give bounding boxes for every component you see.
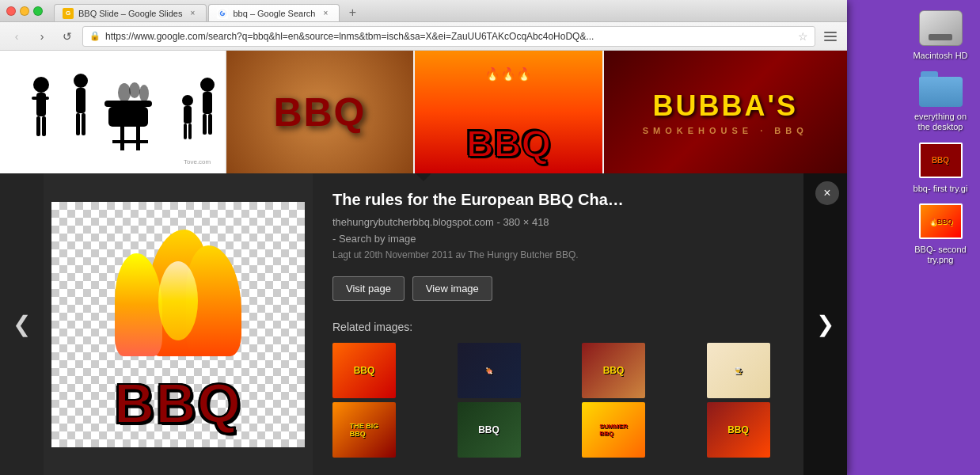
strip-image-fire[interactable]: 🔥🔥🔥 BBQ — [415, 51, 602, 173]
hard-drive-shape — [919, 10, 963, 46]
related-image-3[interactable]: BBQ — [582, 343, 645, 398]
google-favicon — [217, 8, 228, 19]
maximize-window-button[interactable] — [33, 6, 43, 16]
svg-point-17 — [139, 85, 149, 102]
desktop-icon-macintosh-hd[interactable]: Macintosh HD — [909, 8, 972, 61]
related-img-5-label: THE BIGBBQ — [350, 422, 379, 438]
flame-inner — [158, 261, 198, 340]
related-image-2[interactable]: 🍖 — [458, 343, 521, 398]
svg-point-1 — [33, 77, 49, 93]
image-source: thehungrybutcherbbq.blogspot.com — [332, 216, 494, 228]
related-image-8[interactable]: BBQ — [707, 402, 770, 458]
desktop-icons-container: Macintosh HD everything on the desktop B… — [909, 8, 972, 265]
image-details-panel: The rules for the European BBQ Cha… theh… — [313, 173, 847, 475]
svg-point-6 — [74, 74, 88, 88]
tab-slides-label: BBQ Slide – Google Slides — [78, 9, 182, 18]
folder-icon — [917, 69, 964, 108]
desktop: Macintosh HD everything on the desktop B… — [0, 0, 980, 475]
forward-arrow-icon: › — [40, 30, 44, 43]
new-tab-button[interactable]: + — [341, 4, 363, 21]
related-image-6[interactable]: BBQ — [458, 402, 521, 458]
browser-window: G BBQ Slide – Google Slides × bbq – Goog… — [0, 0, 847, 475]
url-display: https://www.google.com/search?q=bbq&hl=e… — [105, 31, 793, 42]
related-images-title: Related images: — [332, 321, 827, 333]
selected-image: BBQ — [51, 202, 305, 447]
folder-body — [919, 77, 963, 107]
related-image-7[interactable]: SUMMERBBQ — [582, 402, 645, 458]
prev-arrow-icon: ❮ — [13, 311, 31, 337]
bbq-gif-icon: BBQ — [917, 141, 964, 180]
strip-image-silhouette[interactable]: Tove.com — [0, 51, 225, 173]
chrome-menu-button[interactable] — [820, 26, 841, 47]
close-window-button[interactable] — [6, 6, 16, 16]
bbq-gif-label: bbq- first try.gi — [914, 184, 968, 194]
menu-line-3 — [824, 40, 837, 41]
svg-rect-21 — [188, 124, 192, 139]
svg-rect-19 — [184, 106, 192, 124]
related-image-1[interactable]: BBQ — [332, 343, 396, 398]
search-by-image-text: - Search by image — [332, 233, 827, 245]
selected-image-container: BBQ — [44, 173, 313, 475]
bookmark-icon[interactable]: ☆ — [798, 30, 808, 43]
svg-rect-5 — [42, 116, 46, 136]
image-strip: Tove.com BBQ 🔥🔥🔥 BBQ — [0, 51, 847, 173]
svg-point-18 — [182, 95, 193, 106]
forward-button[interactable]: › — [32, 26, 52, 47]
address-bar[interactable]: 🔒 https://www.google.com/search?q=bbq&hl… — [82, 26, 815, 47]
svg-rect-20 — [184, 124, 187, 139]
svg-point-16 — [129, 82, 140, 98]
svg-rect-3 — [32, 97, 49, 100]
next-image-button[interactable]: ❯ — [803, 173, 847, 475]
image-meta: thehungrybutcherbbq.blogspot.com - 380 ×… — [332, 216, 827, 228]
close-overlay-button[interactable]: × — [815, 181, 839, 205]
tab-slides[interactable]: G BBQ Slide – Google Slides × — [54, 4, 207, 21]
svg-rect-14 — [112, 140, 148, 143]
svg-rect-9 — [82, 113, 85, 135]
tab-slides-close-button[interactable]: × — [187, 8, 198, 19]
desktop-icon-bbq-png[interactable]: 🔥BBQ BBQ- second try.png — [909, 202, 972, 265]
bbq-fire-main-image: BBQ — [67, 206, 289, 443]
prev-image-button[interactable]: ❮ — [0, 173, 44, 475]
svg-rect-12 — [120, 127, 124, 150]
folder-shape — [919, 71, 963, 107]
svg-rect-4 — [36, 116, 40, 136]
strip-image-brick[interactable]: BBQ — [226, 51, 413, 173]
image-date: Lagt ut 20th November 2011 av The Hungry… — [332, 249, 827, 260]
svg-rect-8 — [76, 113, 80, 135]
related-img-7-label: SUMMERBBQ — [599, 423, 628, 437]
back-button[interactable]: ‹ — [6, 26, 27, 47]
macintosh-hd-label: Macintosh HD — [913, 51, 967, 61]
minimize-window-button[interactable] — [20, 6, 29, 16]
related-img-8-label: BBQ — [727, 424, 749, 435]
reload-icon: ↺ — [63, 30, 72, 43]
desktop-icon-everything[interactable]: everything on the desktop — [909, 69, 972, 132]
strip-bbq-text-2: BBQ — [466, 122, 551, 165]
hard-drive-icon — [917, 8, 964, 48]
security-icon: 🔒 — [89, 31, 101, 41]
everything-label: everything on the desktop — [909, 112, 972, 132]
visit-page-button[interactable]: Visit page — [332, 276, 405, 301]
slides-favicon: G — [63, 8, 74, 19]
related-img-6-label: BBQ — [478, 424, 499, 435]
tab-bar: G BBQ Slide – Google Slides × bbq – Goog… — [54, 0, 363, 21]
related-img-2-label: 🍖 — [485, 367, 493, 374]
next-arrow-icon: ❯ — [816, 311, 834, 337]
window-controls — [6, 6, 43, 16]
related-img-1-label: BBQ — [354, 365, 375, 376]
tab-search-close-button[interactable]: × — [320, 8, 331, 19]
strip-image-bubba[interactable]: BUBBA'S SMOKEHOUSE · BBQ — [604, 51, 847, 173]
action-buttons: Visit page View image — [332, 276, 827, 301]
flames-container — [91, 214, 265, 356]
svg-text:Tove.com: Tove.com — [184, 158, 211, 165]
svg-point-15 — [118, 83, 131, 102]
svg-rect-23 — [203, 92, 212, 114]
related-image-4[interactable]: 👨‍🍳 — [707, 343, 770, 398]
svg-rect-13 — [136, 127, 140, 150]
reload-button[interactable]: ↺ — [57, 26, 78, 47]
view-image-button[interactable]: View image — [412, 276, 492, 301]
tab-search[interactable]: bbq – Google Search × — [208, 4, 340, 21]
desktop-icon-bbq-gif[interactable]: BBQ bbq- first try.gi — [909, 141, 972, 194]
navigation-bar: ‹ › ↺ 🔒 https://www.google.com/search?q=… — [0, 22, 847, 51]
related-image-5[interactable]: THE BIGBBQ — [332, 402, 396, 458]
related-img-3-label: BBQ — [603, 365, 625, 376]
